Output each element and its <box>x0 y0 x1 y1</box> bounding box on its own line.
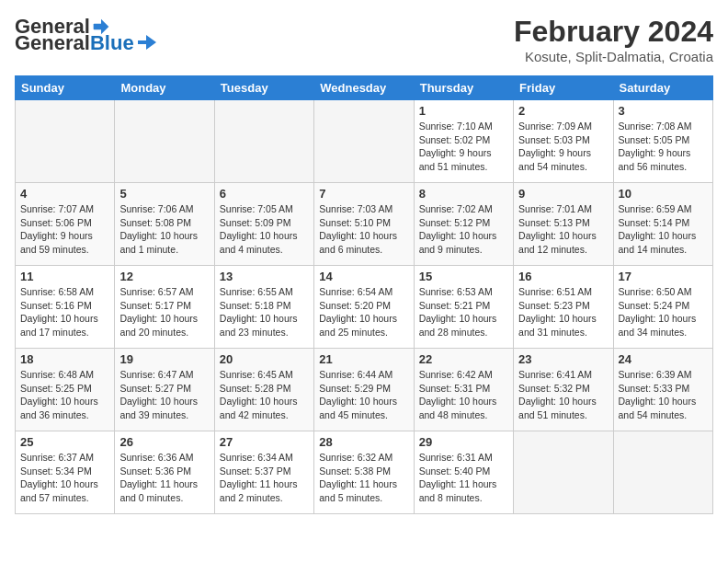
calendar-cell: 8Sunrise: 7:02 AM Sunset: 5:12 PM Daylig… <box>414 183 513 266</box>
day-number: 13 <box>220 270 309 283</box>
calendar-cell: 5Sunrise: 7:06 AM Sunset: 5:08 PM Daylig… <box>115 183 214 266</box>
day-info: Sunrise: 7:09 AM Sunset: 5:03 PM Dayligh… <box>518 120 608 174</box>
day-number: 10 <box>619 187 708 201</box>
day-info: Sunrise: 6:36 AM Sunset: 5:36 PM Dayligh… <box>119 451 209 505</box>
day-info: Sunrise: 6:57 AM Sunset: 5:17 PM Dayligh… <box>119 285 209 339</box>
logo-text-blue: Blue <box>90 31 134 55</box>
calendar-subtitle: Kosute, Split-Dalmatia, Croatia <box>514 49 713 64</box>
calendar-cell: 3Sunrise: 7:08 AM Sunset: 5:05 PM Daylig… <box>613 100 712 183</box>
header-day-saturday: Saturday <box>613 76 712 100</box>
day-number: 25 <box>20 435 109 449</box>
day-info: Sunrise: 7:05 AM Sunset: 5:09 PM Dayligh… <box>220 202 309 257</box>
day-number: 9 <box>518 187 608 201</box>
calendar-cell: 20Sunrise: 6:45 AM Sunset: 5:28 PM Dayli… <box>214 349 313 431</box>
svg-rect-1 <box>94 24 105 30</box>
day-info: Sunrise: 6:59 AM Sunset: 5:14 PM Dayligh… <box>619 202 708 257</box>
day-number: 4 <box>20 187 109 201</box>
calendar-cell: 13Sunrise: 6:55 AM Sunset: 5:18 PM Dayli… <box>214 266 313 349</box>
day-info: Sunrise: 6:54 AM Sunset: 5:20 PM Dayligh… <box>319 285 408 339</box>
calendar-cell: 7Sunrise: 7:03 AM Sunset: 5:10 PM Daylig… <box>314 183 414 266</box>
day-number: 1 <box>419 104 508 118</box>
calendar-cell <box>613 431 712 514</box>
day-info: Sunrise: 6:31 AM Sunset: 5:40 PM Dayligh… <box>419 451 508 505</box>
calendar-cell <box>514 431 613 514</box>
logo-bird-icon <box>137 34 157 51</box>
calendar-cell: 10Sunrise: 6:59 AM Sunset: 5:14 PM Dayli… <box>613 183 712 266</box>
calendar-cell: 12Sunrise: 6:57 AM Sunset: 5:17 PM Dayli… <box>115 266 214 349</box>
logo-text-general: General <box>15 31 90 55</box>
day-number: 27 <box>220 435 309 449</box>
day-info: Sunrise: 6:34 AM Sunset: 5:37 PM Dayligh… <box>220 451 309 505</box>
day-number: 12 <box>119 270 209 283</box>
calendar-week-row: 25Sunrise: 6:37 AM Sunset: 5:34 PM Dayli… <box>16 431 713 514</box>
day-info: Sunrise: 6:37 AM Sunset: 5:34 PM Dayligh… <box>20 451 109 505</box>
calendar-cell: 29Sunrise: 6:31 AM Sunset: 5:40 PM Dayli… <box>414 431 513 514</box>
day-info: Sunrise: 6:55 AM Sunset: 5:18 PM Dayligh… <box>220 285 309 339</box>
calendar-cell: 28Sunrise: 6:32 AM Sunset: 5:38 PM Dayli… <box>314 431 414 514</box>
header-day-monday: Monday <box>115 76 214 100</box>
calendar-cell: 22Sunrise: 6:42 AM Sunset: 5:31 PM Dayli… <box>414 349 513 431</box>
header-day-thursday: Thursday <box>414 76 513 100</box>
calendar-cell: 15Sunrise: 6:53 AM Sunset: 5:21 PM Dayli… <box>414 266 513 349</box>
calendar-cell <box>115 100 214 183</box>
calendar-cell: 11Sunrise: 6:58 AM Sunset: 5:16 PM Dayli… <box>16 266 115 349</box>
header-day-tuesday: Tuesday <box>214 76 313 100</box>
day-info: Sunrise: 6:41 AM Sunset: 5:32 PM Dayligh… <box>518 368 608 422</box>
calendar-cell: 23Sunrise: 6:41 AM Sunset: 5:32 PM Dayli… <box>514 349 613 431</box>
calendar-week-row: 18Sunrise: 6:48 AM Sunset: 5:25 PM Dayli… <box>16 349 713 431</box>
calendar-cell: 16Sunrise: 6:51 AM Sunset: 5:23 PM Dayli… <box>514 266 613 349</box>
day-number: 28 <box>319 435 408 449</box>
calendar-week-row: 11Sunrise: 6:58 AM Sunset: 5:16 PM Dayli… <box>16 266 713 349</box>
day-info: Sunrise: 7:06 AM Sunset: 5:08 PM Dayligh… <box>119 202 209 257</box>
calendar-cell: 6Sunrise: 7:05 AM Sunset: 5:09 PM Daylig… <box>214 183 313 266</box>
header-day-wednesday: Wednesday <box>314 76 414 100</box>
day-number: 24 <box>619 352 708 366</box>
day-info: Sunrise: 6:45 AM Sunset: 5:28 PM Dayligh… <box>220 368 309 422</box>
day-info: Sunrise: 7:08 AM Sunset: 5:05 PM Dayligh… <box>619 120 708 174</box>
day-number: 5 <box>119 187 209 201</box>
day-number: 17 <box>619 270 708 283</box>
calendar-title: February 2024 <box>514 15 713 49</box>
day-info: Sunrise: 6:47 AM Sunset: 5:27 PM Dayligh… <box>119 368 209 422</box>
day-info: Sunrise: 6:42 AM Sunset: 5:31 PM Dayligh… <box>419 368 508 422</box>
day-info: Sunrise: 6:39 AM Sunset: 5:33 PM Dayligh… <box>619 368 708 422</box>
calendar-cell: 17Sunrise: 6:50 AM Sunset: 5:24 PM Dayli… <box>613 266 712 349</box>
day-number: 15 <box>419 270 508 283</box>
svg-marker-2 <box>138 35 156 50</box>
calendar-cell <box>214 100 313 183</box>
day-number: 7 <box>319 187 408 201</box>
calendar-week-row: 1Sunrise: 7:10 AM Sunset: 5:02 PM Daylig… <box>16 100 713 183</box>
title-area: February 2024 Kosute, Split-Dalmatia, Cr… <box>514 15 713 64</box>
day-info: Sunrise: 7:10 AM Sunset: 5:02 PM Dayligh… <box>419 120 508 174</box>
calendar-cell <box>16 100 115 183</box>
day-number: 21 <box>319 352 408 366</box>
calendar-cell: 24Sunrise: 6:39 AM Sunset: 5:33 PM Dayli… <box>613 349 712 431</box>
calendar-cell: 27Sunrise: 6:34 AM Sunset: 5:37 PM Dayli… <box>214 431 313 514</box>
day-number: 14 <box>319 270 408 283</box>
day-info: Sunrise: 7:02 AM Sunset: 5:12 PM Dayligh… <box>419 202 508 257</box>
calendar-cell: 1Sunrise: 7:10 AM Sunset: 5:02 PM Daylig… <box>414 100 513 183</box>
calendar-cell <box>314 100 414 183</box>
day-number: 20 <box>220 352 309 366</box>
logo: General General Blue <box>15 15 157 55</box>
day-number: 23 <box>518 352 608 366</box>
day-info: Sunrise: 6:50 AM Sunset: 5:24 PM Dayligh… <box>619 285 708 339</box>
day-info: Sunrise: 6:32 AM Sunset: 5:38 PM Dayligh… <box>319 451 408 505</box>
day-number: 3 <box>619 104 708 118</box>
day-info: Sunrise: 6:58 AM Sunset: 5:16 PM Dayligh… <box>20 285 109 339</box>
header: General General Blue February 2024 Kosut… <box>15 15 713 64</box>
day-info: Sunrise: 6:51 AM Sunset: 5:23 PM Dayligh… <box>518 285 608 339</box>
day-number: 22 <box>419 352 508 366</box>
day-info: Sunrise: 7:03 AM Sunset: 5:10 PM Dayligh… <box>319 202 408 257</box>
calendar-cell: 4Sunrise: 7:07 AM Sunset: 5:06 PM Daylig… <box>16 183 115 266</box>
day-info: Sunrise: 6:53 AM Sunset: 5:21 PM Dayligh… <box>419 285 508 339</box>
day-number: 26 <box>119 435 209 449</box>
day-number: 29 <box>419 435 508 449</box>
header-day-friday: Friday <box>514 76 613 100</box>
calendar-cell: 18Sunrise: 6:48 AM Sunset: 5:25 PM Dayli… <box>16 349 115 431</box>
calendar-cell: 26Sunrise: 6:36 AM Sunset: 5:36 PM Dayli… <box>115 431 214 514</box>
day-number: 11 <box>20 270 109 283</box>
day-info: Sunrise: 7:07 AM Sunset: 5:06 PM Dayligh… <box>20 202 109 257</box>
day-info: Sunrise: 7:01 AM Sunset: 5:13 PM Dayligh… <box>518 202 608 257</box>
calendar-week-row: 4Sunrise: 7:07 AM Sunset: 5:06 PM Daylig… <box>16 183 713 266</box>
